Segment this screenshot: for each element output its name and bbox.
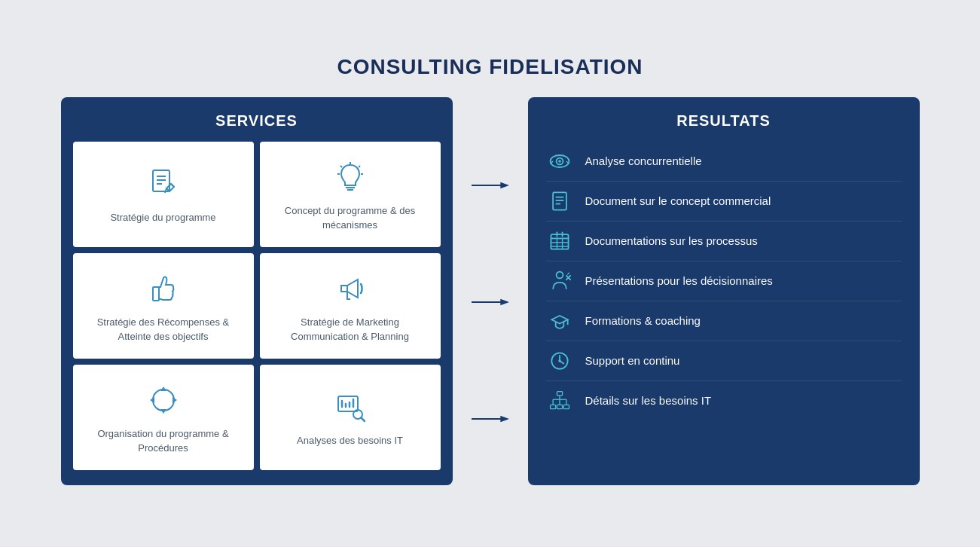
eye-icon: [546, 149, 573, 173]
svg-line-5: [165, 188, 166, 193]
service-card-strategie-marketing: Stratégie de Marketing Communication & P…: [260, 253, 441, 359]
result-item-formations-coaching: Formations & coaching: [546, 301, 902, 341]
arrow-1: [472, 178, 509, 193]
result-text-document-concept: Document sur le concept commercial: [585, 194, 771, 209]
service-card-analyses-besoins: Analyses des besoins IT: [260, 365, 441, 470]
svg-marker-31: [500, 416, 509, 422]
result-text-documentations-processus: Documentations sur les processus: [585, 234, 758, 249]
graduation-icon: [546, 309, 573, 333]
result-text-details-besoins-it: Détails sur les besoins IT: [585, 393, 712, 408]
services-grid: Stratégie du programme: [73, 142, 441, 470]
svg-marker-17: [160, 409, 166, 414]
presentation-icon: [546, 269, 573, 293]
svg-rect-57: [557, 391, 562, 395]
document-icon: [546, 189, 573, 213]
service-label-analyses-besoins: Analyses des besoins IT: [297, 434, 403, 448]
result-item-document-concept: Document sur le concept commercial: [546, 182, 902, 222]
page-title: CONSULTING FIDELISATION: [61, 55, 920, 79]
services-panel: SERVICES St: [61, 97, 453, 485]
lightbulb-icon: [332, 157, 368, 197]
svg-point-56: [558, 359, 561, 362]
service-label-strategie-recompenses: Stratégie des Récompenses & Atteinte des…: [81, 316, 246, 343]
service-card-strategie-recompenses: Stratégie des Récompenses & Atteinte des…: [73, 253, 254, 359]
service-label-concept-programme: Concept du programme & des mécanismes: [267, 204, 433, 231]
result-text-presentations-decisionnaires: Présentations pour les décisionnaires: [585, 274, 773, 289]
svg-marker-18: [150, 397, 154, 403]
clock-icon: [546, 349, 573, 373]
svg-point-49: [556, 271, 563, 278]
network-icon: [546, 389, 573, 413]
service-label-organisation-programme: Organisation du programme & Procédures: [81, 427, 246, 454]
result-text-analyse-concurrentielle: Analyse concurrentielle: [585, 154, 702, 169]
svg-point-34: [558, 160, 561, 163]
arrow-3: [472, 411, 509, 426]
result-text-formations-coaching: Formations & coaching: [585, 313, 701, 329]
result-item-documentations-processus: Documentations sur les processus: [546, 222, 902, 261]
arrow-2: [472, 295, 509, 310]
megaphone-icon: [332, 269, 368, 308]
svg-rect-60: [563, 405, 569, 408]
svg-marker-15: [160, 387, 166, 391]
svg-line-25: [361, 418, 365, 422]
search-data-icon: [332, 387, 368, 426]
document-edit-icon: [145, 164, 182, 203]
result-item-presentations-decisionnaires: Présentations pour les décisionnaires: [546, 261, 902, 301]
result-item-analyse-concurrentielle: Analyse concurrentielle: [546, 142, 902, 182]
services-title: SERVICES: [73, 112, 441, 130]
result-item-details-besoins-it: Détails sur les besoins IT: [546, 381, 902, 420]
thumbsup-icon: [145, 269, 182, 308]
svg-line-11: [340, 166, 342, 167]
svg-line-12: [359, 166, 360, 167]
svg-line-4: [171, 184, 174, 187]
service-card-concept-programme: Concept du programme & des mécanismes: [260, 142, 441, 247]
svg-rect-13: [153, 287, 159, 301]
svg-rect-59: [557, 405, 562, 408]
svg-marker-27: [500, 182, 509, 188]
result-item-support-continu: Support en continu: [546, 341, 902, 381]
results-title: RESULTATS: [546, 112, 902, 130]
page-wrapper: CONSULTING FIDELISATION SERVICES: [38, 40, 942, 508]
service-card-organisation-programme: Organisation du programme & Procédures: [73, 365, 254, 470]
cycle-icon: [145, 380, 182, 420]
content-row: SERVICES St: [61, 97, 920, 485]
results-panel: RESULTATS Analyse concurrentielle: [528, 97, 920, 485]
arrows-column: [468, 97, 513, 485]
service-card-strategie-programme: Stratégie du programme: [73, 142, 254, 247]
svg-marker-16: [172, 397, 177, 403]
svg-marker-29: [500, 299, 509, 305]
svg-rect-58: [550, 405, 555, 408]
result-text-support-continu: Support en continu: [585, 353, 680, 368]
service-label-strategie-marketing: Stratégie de Marketing Communication & P…: [267, 316, 433, 343]
calendar-grid-icon: [546, 229, 573, 253]
service-label-strategie-programme: Stratégie du programme: [110, 211, 215, 225]
